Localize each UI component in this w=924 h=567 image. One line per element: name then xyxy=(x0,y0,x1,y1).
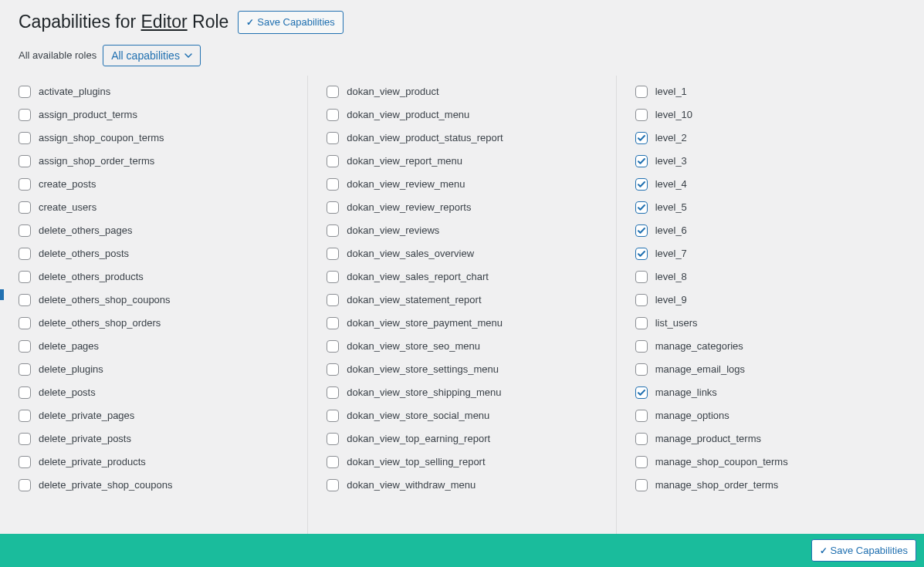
capability-label[interactable]: dokan_view_sales_overview xyxy=(347,248,474,259)
capability-label[interactable]: delete_private_products xyxy=(39,456,146,467)
capability-label[interactable]: delete_pages xyxy=(39,340,99,352)
capability-checkbox[interactable] xyxy=(635,271,648,283)
capability-checkbox[interactable] xyxy=(19,317,31,329)
capability-checkbox[interactable] xyxy=(19,248,31,260)
capability-label[interactable]: delete_private_shop_coupons xyxy=(39,479,172,491)
capability-checkbox[interactable] xyxy=(19,433,31,445)
capability-label[interactable]: manage_email_logs xyxy=(655,363,745,375)
capability-label[interactable]: assign_shop_order_terms xyxy=(39,155,154,167)
capability-label[interactable]: dokan_view_top_selling_report xyxy=(347,456,485,467)
capability-checkbox[interactable] xyxy=(19,294,31,306)
capability-checkbox[interactable] xyxy=(635,201,648,214)
capability-label[interactable]: dokan_view_review_menu xyxy=(347,178,465,190)
capability-label[interactable]: level_8 xyxy=(655,271,687,282)
capability-checkbox[interactable] xyxy=(635,109,648,121)
capability-checkbox[interactable] xyxy=(19,201,31,214)
capability-checkbox[interactable] xyxy=(19,386,31,399)
capability-checkbox[interactable] xyxy=(327,340,339,353)
capability-label[interactable]: dokan_view_sales_report_chart xyxy=(347,271,489,282)
capabilities-filter-dropdown[interactable]: All capabilities xyxy=(103,45,201,66)
capability-checkbox[interactable] xyxy=(19,109,31,121)
capability-label[interactable]: level_10 xyxy=(655,109,692,120)
capability-checkbox[interactable] xyxy=(327,271,339,283)
capability-checkbox[interactable] xyxy=(327,386,339,399)
capability-label[interactable]: dokan_view_statement_report xyxy=(347,294,481,305)
capability-label[interactable]: dokan_view_top_earning_report xyxy=(347,433,490,444)
capability-label[interactable]: dokan_view_store_payment_menu xyxy=(347,317,503,329)
capability-label[interactable]: manage_links xyxy=(655,386,717,398)
capability-checkbox[interactable] xyxy=(327,248,339,260)
capability-label[interactable]: level_4 xyxy=(655,178,687,190)
capability-label[interactable]: assign_shop_coupon_terms xyxy=(39,132,164,143)
capability-checkbox[interactable] xyxy=(19,479,31,491)
capability-label[interactable]: dokan_view_product_menu xyxy=(347,109,469,120)
capability-label[interactable]: dokan_view_store_social_menu xyxy=(347,410,489,421)
capability-checkbox[interactable] xyxy=(635,224,648,237)
capability-checkbox[interactable] xyxy=(635,132,648,144)
capability-checkbox[interactable] xyxy=(635,294,648,306)
capability-label[interactable]: delete_private_posts xyxy=(39,433,131,444)
capability-checkbox[interactable] xyxy=(19,86,31,98)
save-capabilities-button-bottom[interactable]: Save Capabilities xyxy=(811,539,916,562)
capability-checkbox[interactable] xyxy=(327,410,339,422)
capability-checkbox[interactable] xyxy=(19,456,31,468)
capability-checkbox[interactable] xyxy=(327,456,339,468)
capability-label[interactable]: dokan_view_review_reports xyxy=(347,201,471,213)
capability-label[interactable]: delete_posts xyxy=(39,386,96,398)
capability-checkbox[interactable] xyxy=(19,340,31,353)
capability-label[interactable]: dokan_view_withdraw_menu xyxy=(347,479,476,491)
capability-checkbox[interactable] xyxy=(327,433,339,445)
capability-checkbox[interactable] xyxy=(635,317,648,329)
capability-checkbox[interactable] xyxy=(635,363,648,376)
capability-label[interactable]: delete_others_posts xyxy=(39,248,129,259)
capability-label[interactable]: manage_shop_order_terms xyxy=(655,479,779,491)
capability-checkbox[interactable] xyxy=(635,479,648,491)
capability-checkbox[interactable] xyxy=(19,363,31,376)
capability-label[interactable]: delete_others_pages xyxy=(39,224,132,236)
capability-checkbox[interactable] xyxy=(327,363,339,376)
capability-checkbox[interactable] xyxy=(635,386,648,399)
capability-label[interactable]: dokan_view_store_settings_menu xyxy=(347,363,499,375)
capability-checkbox[interactable] xyxy=(635,178,648,191)
capability-checkbox[interactable] xyxy=(635,86,648,98)
capability-label[interactable]: level_2 xyxy=(655,132,687,143)
capability-checkbox[interactable] xyxy=(19,224,31,237)
capability-label[interactable]: delete_others_products xyxy=(39,271,144,282)
capability-label[interactable]: assign_product_terms xyxy=(39,109,137,120)
capability-label[interactable]: activate_plugins xyxy=(39,86,110,97)
capability-label[interactable]: manage_product_terms xyxy=(655,433,761,444)
capability-checkbox[interactable] xyxy=(635,456,648,468)
capability-label[interactable]: level_9 xyxy=(655,294,687,305)
capability-label[interactable]: manage_options xyxy=(655,410,729,421)
capability-checkbox[interactable] xyxy=(19,178,31,191)
capability-label[interactable]: delete_others_shop_coupons xyxy=(39,294,171,305)
capability-checkbox[interactable] xyxy=(635,433,648,445)
capability-checkbox[interactable] xyxy=(327,132,339,144)
capability-checkbox[interactable] xyxy=(635,248,648,260)
capability-checkbox[interactable] xyxy=(327,294,339,306)
capability-label[interactable]: manage_categories xyxy=(655,340,743,352)
capability-checkbox[interactable] xyxy=(19,271,31,283)
capability-checkbox[interactable] xyxy=(19,155,31,167)
capability-label[interactable]: list_users xyxy=(655,317,698,329)
capability-checkbox[interactable] xyxy=(635,155,648,167)
capability-checkbox[interactable] xyxy=(19,132,31,144)
capability-label[interactable]: dokan_view_store_shipping_menu xyxy=(347,386,501,398)
capability-label[interactable]: dokan_view_product_status_report xyxy=(347,132,503,143)
capability-checkbox[interactable] xyxy=(327,479,339,491)
capability-label[interactable]: dokan_view_reviews xyxy=(347,224,439,236)
capability-checkbox[interactable] xyxy=(327,178,339,191)
capability-label[interactable]: dokan_view_report_menu xyxy=(347,155,462,167)
capability-checkbox[interactable] xyxy=(19,410,31,422)
capability-label[interactable]: manage_shop_coupon_terms xyxy=(655,456,788,467)
capability-label[interactable]: dokan_view_product xyxy=(347,86,438,97)
capability-label[interactable]: level_3 xyxy=(655,155,687,167)
capability-label[interactable]: level_7 xyxy=(655,248,687,259)
capability-label[interactable]: delete_private_pages xyxy=(39,410,134,421)
capability-label[interactable]: level_1 xyxy=(655,86,687,97)
capability-label[interactable]: delete_others_shop_orders xyxy=(39,317,161,329)
capability-label[interactable]: level_5 xyxy=(655,201,687,213)
capability-checkbox[interactable] xyxy=(327,224,339,237)
capability-label[interactable]: delete_plugins xyxy=(39,363,103,375)
capability-checkbox[interactable] xyxy=(635,410,648,422)
